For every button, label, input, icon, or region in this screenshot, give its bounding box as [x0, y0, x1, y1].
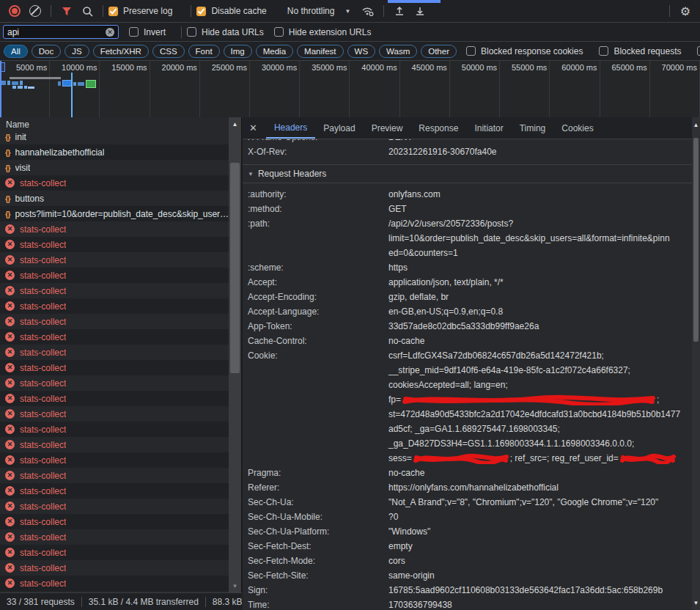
header-value-text: https://onlyfans.com/hannahelizabethoffi… — [388, 480, 559, 495]
request-row[interactable]: {}hannahelizabethofficial — [0, 144, 229, 160]
tab-response[interactable]: Response — [410, 117, 466, 139]
search-button[interactable] — [77, 1, 97, 21]
preserve-log-checkbox[interactable]: Preserve log — [108, 6, 175, 16]
hide-data-urls-checkbox[interactable]: Hide data URLs — [187, 27, 264, 37]
header-value-line: /api2/v2/users/20572336/posts? — [388, 216, 670, 231]
request-name: stats-collect — [20, 563, 66, 573]
filter-pill-manifest[interactable]: Manifest — [297, 45, 343, 58]
request-row[interactable]: ✕stats-collect — [0, 406, 229, 422]
network-conditions-button[interactable] — [358, 1, 378, 21]
filter-pill-all[interactable]: All — [4, 45, 28, 58]
filter-input[interactable] — [7, 27, 106, 37]
request-row[interactable]: ✕stats-collect — [0, 560, 229, 576]
throttling-dropdown[interactable]: No throttling ▼ — [287, 6, 351, 16]
request-row[interactable]: ✕stats-collect — [0, 298, 229, 314]
filter-pill-fetch-xhr[interactable]: Fetch/XHR — [93, 45, 149, 58]
filter-pill-css[interactable]: CSS — [152, 45, 185, 58]
filter-pill-media[interactable]: Media — [256, 45, 293, 58]
disable-cache-checkbox[interactable]: Disable cache — [196, 6, 269, 16]
timeline-column: 55000 ms — [500, 61, 550, 117]
scrollbar-thumb[interactable] — [230, 163, 240, 373]
divider — [669, 5, 670, 17]
request-row[interactable]: {}posts?limit=10&order=publish_date_desc… — [0, 206, 229, 221]
scroll-down-icon[interactable]: ▼ — [229, 583, 241, 589]
request-row[interactable]: ✕stats-collect — [0, 437, 229, 452]
name-column-header[interactable]: Name — [0, 117, 241, 133]
request-row[interactable]: ✕stats-collect — [0, 175, 229, 191]
header-value: 16785:5aad9602cf110608b03133de563642fac1… — [388, 583, 663, 598]
request-row[interactable]: ✕stats-collect — [0, 375, 229, 391]
record-button[interactable] — [4, 1, 25, 21]
header-value-text: ?0 — [388, 510, 398, 524]
request-row[interactable]: ✕stats-collect — [0, 499, 229, 514]
filter-pill-js[interactable]: JS — [65, 45, 89, 58]
request-row[interactable]: ✕stats-collect — [0, 452, 229, 468]
tab-preview[interactable]: Preview — [364, 117, 411, 139]
filter-pill-wasm[interactable]: Wasm — [379, 45, 417, 58]
request-row[interactable]: ✕stats-collect — [0, 483, 229, 499]
request-row[interactable]: ✕stats-collect — [0, 221, 229, 237]
request-row[interactable]: ✕stats-collect — [0, 360, 229, 375]
request-row[interactable]: ✕stats-collect — [0, 268, 229, 283]
waterfall-bar — [12, 81, 18, 85]
scroll-up-icon[interactable]: ▲ — [229, 121, 241, 128]
scroll-down-icon[interactable]: ▼ — [692, 600, 700, 606]
header-value-line: ed=0&counters=1 — [388, 246, 670, 260]
request-name: stats-collect — [20, 517, 66, 527]
request-row[interactable]: {}buttons — [0, 191, 229, 206]
filter-toggle-button[interactable] — [56, 1, 77, 21]
network-overview-timeline[interactable]: 5000 ms10000 ms15000 ms20000 ms25000 ms3… — [0, 61, 700, 118]
request-list-scrollbar[interactable]: ▲ ▼ — [229, 117, 241, 592]
request-name: stats-collect — [20, 317, 66, 327]
tab-headers[interactable]: Headers — [266, 117, 315, 139]
filter-input-box[interactable]: ✕ — [3, 25, 119, 39]
clear-button[interactable] — [25, 1, 45, 21]
request-row[interactable]: ✕stats-collect — [0, 391, 229, 406]
request-row[interactable]: ✕stats-collect — [0, 329, 229, 345]
request-row[interactable]: ✕stats-collect — [0, 237, 229, 252]
request-row[interactable]: ✕stats-collect — [0, 545, 229, 560]
request-name: stats-collect — [20, 486, 66, 496]
timeline-column: 30000 ms — [250, 61, 300, 117]
filter-pill-font[interactable]: Font — [188, 45, 220, 58]
filter-pill-other[interactable]: Other — [421, 45, 457, 58]
export-har-button[interactable] — [389, 1, 410, 21]
clear-filter-icon[interactable]: ✕ — [106, 28, 114, 37]
invert-checkbox[interactable]: Invert — [129, 27, 166, 37]
details-tab-bar: ✕ HeadersPayloadPreviewResponseInitiator… — [243, 117, 700, 139]
request-row[interactable]: ✕stats-collect — [0, 345, 229, 360]
section-header-request-headers[interactable]: ▼Request Headers — [243, 165, 692, 183]
3rd-party-requests-checkbox[interactable]: 3rd-party requests — [697, 46, 700, 56]
request-row[interactable]: {}visit — [0, 160, 229, 175]
request-row[interactable]: ✕stats-collect — [0, 252, 229, 268]
record-icon — [9, 5, 21, 17]
settings-button[interactable]: ⚙ — [675, 1, 696, 21]
request-row[interactable]: {}init — [0, 133, 229, 144]
blocked-response-cookies-checkbox[interactable]: Blocked response cookies — [466, 46, 583, 56]
details-scrollbar[interactable]: ▲ ▼ — [692, 117, 700, 610]
tab-cookies[interactable]: Cookies — [553, 117, 601, 139]
import-har-button[interactable] — [410, 1, 430, 21]
tab-timing[interactable]: Timing — [512, 117, 554, 139]
tab-initiator[interactable]: Initiator — [466, 117, 511, 139]
scrollbar-thumb[interactable] — [693, 138, 699, 342]
close-icon[interactable]: ✕ — [249, 122, 257, 133]
filter-pill-doc[interactable]: Doc — [32, 45, 61, 58]
filter-pill-ws[interactable]: WS — [347, 45, 376, 58]
header-value-text: 202312261916-30670fa40e — [388, 144, 496, 159]
request-row[interactable]: ✕stats-collect — [0, 314, 229, 329]
timeline-drag-handle[interactable] — [0, 62, 5, 72]
network-filter-bar: ✕ Invert Hide data URLs Hide extension U… — [0, 23, 700, 42]
scroll-up-icon[interactable]: ▲ — [692, 122, 700, 128]
request-row[interactable]: ✕stats-collect — [0, 283, 229, 298]
request-row[interactable]: ✕stats-collect — [0, 422, 229, 437]
tab-payload[interactable]: Payload — [315, 117, 363, 139]
hide-extension-urls-checkbox[interactable]: Hide extension URLs — [274, 27, 372, 37]
request-row[interactable]: ✕stats-collect — [0, 576, 229, 591]
request-row[interactable]: ✕stats-collect — [0, 514, 229, 529]
request-row[interactable]: ✕stats-collect — [0, 529, 229, 545]
blocked-requests-checkbox[interactable]: Blocked requests — [599, 46, 681, 56]
request-row[interactable]: ✕stats-collect — [0, 468, 229, 483]
filter-pill-img[interactable]: Img — [224, 45, 252, 58]
header-value-text: ed=0&counters=1 — [388, 246, 458, 260]
